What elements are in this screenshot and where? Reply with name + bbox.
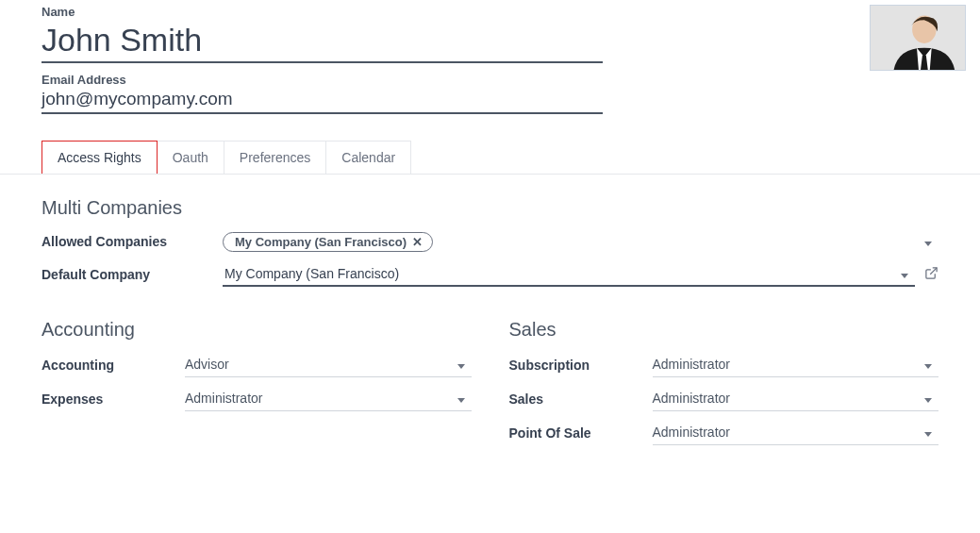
- name-input[interactable]: John Smith: [42, 21, 603, 63]
- chevron-down-icon[interactable]: [918, 357, 938, 372]
- sales-label: Sales: [509, 391, 653, 407]
- chevron-down-icon[interactable]: [894, 266, 915, 281]
- chevron-down-icon[interactable]: [918, 425, 938, 440]
- sales-value: Administrator: [653, 391, 919, 406]
- allowed-companies-label: Allowed Companies: [42, 234, 223, 249]
- expenses-value: Administrator: [185, 391, 451, 406]
- subscription-value: Administrator: [653, 357, 919, 372]
- external-link-icon[interactable]: [924, 266, 938, 283]
- allowed-companies-field[interactable]: My Company (San Francisco) ✕: [223, 232, 918, 252]
- tab-oauth[interactable]: Oauth: [157, 141, 224, 174]
- avatar[interactable]: [870, 5, 966, 71]
- tabs: Access Rights Oauth Preferences Calendar: [42, 141, 938, 175]
- chevron-down-icon[interactable]: [451, 391, 472, 406]
- expenses-select[interactable]: Administrator: [185, 388, 472, 411]
- sales-select[interactable]: Administrator: [653, 388, 939, 411]
- pos-value: Administrator: [653, 425, 919, 440]
- chevron-down-icon[interactable]: [451, 357, 472, 372]
- accounting-select[interactable]: Advisor: [185, 354, 472, 377]
- email-label: Email Address: [42, 73, 938, 87]
- tab-preferences[interactable]: Preferences: [224, 141, 326, 174]
- email-input[interactable]: john@mycompamy.com: [42, 89, 603, 114]
- expenses-label: Expenses: [42, 391, 185, 407]
- name-label: Name: [42, 5, 938, 19]
- default-company-value: My Company (San Francisco): [224, 266, 894, 281]
- pos-label: Point Of Sale: [509, 425, 653, 441]
- subscription-select[interactable]: Administrator: [653, 354, 939, 377]
- accounting-label: Accounting: [42, 358, 185, 373]
- chevron-down-icon[interactable]: [918, 391, 938, 406]
- chevron-down-icon[interactable]: [918, 234, 938, 249]
- company-chip-label: My Company (San Francisco): [235, 235, 407, 249]
- section-accounting: Accounting: [42, 319, 472, 341]
- section-sales: Sales: [509, 319, 939, 341]
- tab-access-rights[interactable]: Access Rights: [42, 141, 158, 174]
- accounting-value: Advisor: [185, 357, 451, 372]
- tab-calendar[interactable]: Calendar: [325, 141, 411, 174]
- default-company-select[interactable]: My Company (San Francisco): [223, 262, 915, 287]
- default-company-label: Default Company: [42, 267, 223, 282]
- section-multi-companies: Multi Companies: [42, 197, 938, 219]
- subscription-label: Subscription: [509, 358, 653, 373]
- close-icon[interactable]: ✕: [412, 235, 423, 249]
- pos-select[interactable]: Administrator: [653, 422, 939, 445]
